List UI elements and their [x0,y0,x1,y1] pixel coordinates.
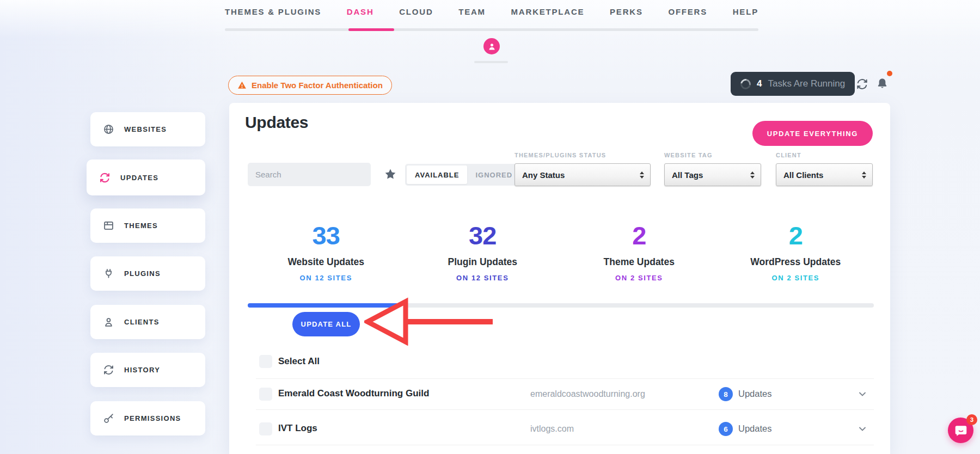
nav-item-offers[interactable]: OFFERS [668,7,707,16]
spinner-icon [738,77,752,91]
history-icon [103,364,114,376]
chevron-down-icon[interactable] [858,390,867,398]
refresh-icon [856,78,868,90]
chat-bubble-icon [954,424,968,438]
stat-sub-label: ON 12 SITES [248,274,405,282]
stat-sub-label: ON 12 SITES [405,274,561,282]
top-nav: THEMES & PLUGINS DASH CLOUD TEAM MARKETP… [225,7,758,16]
stat-value: 32 [405,223,561,249]
sync-icon [99,172,111,183]
nav-item-marketplace[interactable]: MARKETPLACE [511,7,585,16]
sidebar-item-websites[interactable]: WEBSITES [90,112,205,146]
stat-theme-updates: 2 Theme Updates ON 2 SITES [561,223,718,282]
chat-unread-badge: 3 [966,414,977,425]
avatar-underline [474,61,508,63]
update-stats: 33 Website Updates ON 12 SITES 32 Plugin… [248,223,874,282]
site-checkbox[interactable] [259,422,272,435]
two-factor-warning-label: Enable Two Factor Authentication [252,81,383,90]
nav-item-perks[interactable]: PERKS [610,7,643,16]
sidebar-item-themes[interactable]: THEMES [90,208,205,243]
search-box [248,163,371,186]
nav-item-help[interactable]: HELP [733,7,758,16]
client-select-value: All Clients [783,170,823,180]
site-row-ivt-logs[interactable]: IVT Logs ivtlogs.com 6 Updates [229,413,890,444]
available-ignored-toggle: AVAILABLE IGNORED [405,164,522,186]
stat-wordpress-updates: 2 WordPress Updates ON 2 SITES [718,223,874,282]
update-progress-bar [248,303,874,308]
chevron-down-icon[interactable] [858,425,867,433]
plug-icon [103,268,114,279]
key-icon [103,413,114,424]
person-icon [487,42,497,51]
toggle-available[interactable]: AVAILABLE [407,165,467,184]
update-everything-button[interactable]: UPDATE EVERYTHING [752,121,873,146]
favorites-filter-button[interactable] [384,168,397,181]
site-name: Emerald Coast Woodturning Guild [278,388,429,399]
nav-item-team[interactable]: TEAM [458,7,486,16]
stat-value: 2 [718,223,874,249]
select-arrows-icon [750,171,755,179]
sidebar-item-label: WEBSITES [124,125,167,133]
stat-plugin-updates: 32 Plugin Updates ON 12 SITES [405,223,561,282]
stat-label: Website Updates [248,256,405,268]
select-arrows-icon [640,171,644,179]
sidebar-item-label: UPDATES [120,174,158,182]
person-icon [103,316,114,328]
sidebar-item-label: PERMISSIONS [124,414,181,422]
warning-icon [237,81,247,90]
row-divider [256,445,874,445]
stat-label: WordPress Updates [718,256,874,268]
nav-active-indicator [348,28,394,31]
client-select[interactable]: All Clients [776,163,873,186]
select-arrows-icon [862,171,866,179]
refresh-button[interactable] [853,75,871,93]
notifications-button[interactable] [873,75,891,92]
site-row-emerald-coast[interactable]: Emerald Coast Woodturning Guild emeraldc… [229,378,890,409]
notification-dot [887,71,892,76]
sidebar-item-history[interactable]: HISTORY [90,353,205,387]
user-avatar[interactable] [483,38,500,54]
select-all-label: Select All [278,356,320,367]
tasks-running-badge[interactable]: 4 Tasks Are Running [731,72,855,96]
tasks-count: 4 [757,78,762,89]
search-input[interactable] [255,170,363,179]
stat-sub-label: ON 2 SITES [718,274,874,282]
select-all-checkbox[interactable] [259,355,272,368]
sidebar-item-label: HISTORY [124,366,160,374]
tag-select-label: WEBSITE TAG [664,152,761,158]
nav-item-themes-plugins[interactable]: THEMES & PLUGINS [225,7,321,16]
toggle-ignored[interactable]: IGNORED [467,165,520,184]
sidebar-item-updates[interactable]: UPDATES [87,159,205,195]
sidebar-item-label: PLUGINS [124,269,161,278]
stat-label: Theme Updates [561,256,718,268]
progress-fill [248,303,405,308]
globe-icon [103,124,114,135]
site-checkbox[interactable] [259,388,272,401]
sidebar-item-permissions[interactable]: PERMISSIONS [90,401,205,435]
status-select[interactable]: Any Status [514,163,651,186]
stat-website-updates: 33 Website Updates ON 12 SITES [248,223,405,282]
updates-word: Updates [738,389,771,399]
site-url: emeraldcoastwoodturning.org [530,389,645,399]
tag-select[interactable]: All Tags [664,163,761,186]
updates-word: Updates [738,424,771,434]
browser-icon [103,220,114,231]
sidebar-item-label: CLIENTS [124,318,160,326]
site-name: IVT Logs [278,423,317,434]
sidebar-item-plugins[interactable]: PLUGINS [90,256,205,291]
tasks-label: Tasks Are Running [768,78,845,89]
select-all-row: Select All [259,355,320,368]
dashboard-app: THEMES & PLUGINS DASH CLOUD TEAM MARKETP… [0,0,980,454]
sidebar-item-clients[interactable]: CLIENTS [90,305,205,339]
nav-item-cloud[interactable]: CLOUD [399,7,433,16]
sidebar-item-label: THEMES [124,222,158,230]
update-all-button[interactable]: UPDATE ALL [292,312,360,336]
updates-count-badge: 6 [719,422,733,436]
status-select-label: THEMES/PLUGINS STATUS [514,152,651,158]
two-factor-warning-button[interactable]: Enable Two Factor Authentication [228,76,392,95]
updates-count-badge: 8 [719,387,733,401]
stat-value: 2 [561,223,718,249]
status-select-group: THEMES/PLUGINS STATUS Any Status [514,152,651,186]
nav-item-dash[interactable]: DASH [347,7,374,16]
nav-underline-track [225,28,758,31]
